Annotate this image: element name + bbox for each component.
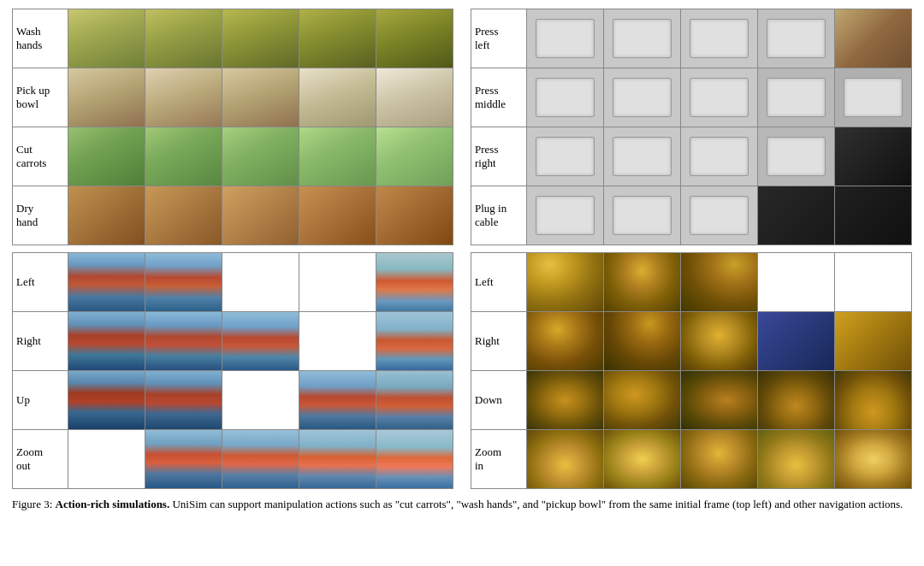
church-zoom-in-images [527,430,911,488]
image-cell [68,9,145,68]
image-cell [758,253,835,311]
image-cell [835,9,911,68]
image-cell [376,430,453,488]
church-left-images [527,253,911,311]
table-row: Up [13,371,453,430]
row-label-plug-in-cable: Plug incable [471,186,527,245]
image-cell [835,127,911,186]
image-cell [604,9,681,68]
image-cell [758,186,835,245]
image-cell [68,430,145,488]
image-cell [681,430,758,488]
figure-caption: Figure 3: Action-rich simulations. UniSi… [12,496,912,513]
image-cell [527,371,604,429]
figure-title: Action-rich simulations. [56,498,170,510]
image-cell [145,253,222,311]
cut-carrots-images [68,127,453,186]
table-row: Zoomin [471,430,911,488]
image-cell [68,371,145,429]
wash-hands-images [68,9,453,68]
image-cell [758,371,835,429]
table-row: Plug incable [471,186,911,245]
image-cell [222,312,299,370]
image-cell [68,127,145,186]
switch-grid: Pressleft Pressmiddle [471,9,912,245]
church-right-images [527,312,911,370]
image-cell [681,186,758,245]
spacer [12,245,453,252]
image-cell [835,430,911,488]
row-label-church-down: Down [471,371,527,429]
image-cell [527,127,604,186]
table-row: Pick upbowl [13,68,453,127]
kitchen-grid: Washhands Pick upbowl [12,9,453,245]
left-panel: Washhands Pick upbowl [12,9,453,489]
image-cell [527,312,604,370]
image-cell [835,68,911,127]
image-cell [68,312,145,370]
press-left-images [527,9,911,68]
image-cell [835,371,911,429]
image-cell [222,68,299,127]
table-row: Pressmiddle [471,68,911,127]
table-row: Cutcarrots [13,127,453,186]
image-cell [299,68,376,127]
row-label-church-left: Left [471,253,527,311]
row-label-press-left: Pressleft [471,9,527,68]
row-label-dry-hand: Dryhand [13,186,68,245]
image-cell [604,430,681,488]
image-cell [222,127,299,186]
image-cell [376,9,453,68]
press-middle-images [527,68,911,127]
table-row: Dryhand [13,186,453,245]
image-cell [835,186,911,245]
row-label-pick-up-bowl: Pick upbowl [13,68,68,127]
image-cell [681,68,758,127]
image-cell [145,68,222,127]
spacer [471,245,912,252]
image-cell [299,9,376,68]
pick-up-bowl-images [68,68,453,127]
row-label-press-right: Pressright [471,127,527,186]
bridge-zoom-images [68,430,453,488]
right-panel: Pressleft Pressmiddle [471,9,912,489]
image-cell [835,312,911,370]
image-cell [527,68,604,127]
image-cell [758,312,835,370]
table-row: Left [13,253,453,312]
image-cell [527,186,604,245]
row-label-bridge-right: Right [13,312,68,370]
table-row: Zoomout [13,430,453,488]
bridge-grid: Left Right [12,252,453,489]
press-right-images [527,127,911,186]
image-cell [527,430,604,488]
row-label-bridge-zoom-out: Zoomout [13,430,68,488]
row-label-church-right: Right [471,312,527,370]
image-cell [376,186,453,245]
image-cell [604,312,681,370]
row-label-press-middle: Pressmiddle [471,68,527,127]
image-cell [222,371,299,429]
image-cell [299,253,376,311]
image-cell [527,9,604,68]
image-cell [604,186,681,245]
bridge-right-images [68,312,453,370]
church-down-images [527,371,911,429]
image-cell [299,371,376,429]
image-cell [681,253,758,311]
image-cell [145,430,222,488]
image-cell [68,253,145,311]
image-cell [376,68,453,127]
image-cell [604,371,681,429]
row-label-wash-hands: Washhands [13,9,68,68]
image-cell [68,68,145,127]
image-cell [681,127,758,186]
image-cell [758,68,835,127]
image-cell [604,127,681,186]
figure-text: UniSim can support manipulation actions … [172,498,903,510]
image-cell [299,127,376,186]
image-cell [145,312,222,370]
image-cell [145,186,222,245]
row-label-bridge-left: Left [13,253,68,311]
image-cell [299,186,376,245]
